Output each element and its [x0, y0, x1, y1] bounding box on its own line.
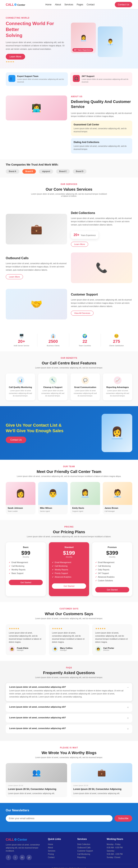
- price-card-basic: Basic $99 /Monthly Email Management Call…: [6, 542, 46, 596]
- team-info-1: Mike Wilson Senior Agent: [38, 505, 68, 514]
- footer-link-0-1[interactable]: About: [48, 846, 74, 849]
- price-btn-0[interactable]: Get Started: [9, 580, 43, 585]
- feat-card-3: 📈 Reporting Advantages Lorem ipsum dolor…: [103, 373, 132, 400]
- faq-item-3[interactable]: Lorem ipsum dolor sit amet, consectetur …: [6, 724, 132, 733]
- price-btn-2[interactable]: Get Started: [95, 587, 129, 592]
- feature-card-1-desc: Lorem ipsum dolor sit amet consectetur a…: [17, 78, 65, 83]
- service-cta-0[interactable]: Learn More: [71, 242, 88, 247]
- newsletter-input[interactable]: [6, 815, 112, 822]
- social-facebook[interactable]: f: [6, 855, 11, 860]
- service-desc-0: Lorem ipsum dolor sit amet, consectetur …: [71, 217, 132, 226]
- social-twitter[interactable]: t: [12, 855, 18, 860]
- team-tag: Our Team: [6, 465, 132, 468]
- service-title-2: Customer Support: [71, 293, 132, 296]
- footer-link-1-4[interactable]: Reporting: [77, 856, 103, 859]
- faq-toggle-2[interactable]: +: [127, 716, 129, 720]
- faq-item-2[interactable]: Lorem ipsum dolor sit amet, consectetur …: [6, 714, 132, 722]
- partner-1: Brand B: [22, 169, 36, 174]
- stat-num-0: 20+: [6, 339, 37, 344]
- faq-toggle-0[interactable]: −: [127, 686, 129, 689]
- faq-toggle-1[interactable]: +: [127, 706, 129, 709]
- blog-desc-1: Lorem ipsum dolor sit amet, consectetur …: [73, 792, 130, 795]
- price-features-0: Email Management Call Monitoring Monthly…: [9, 561, 43, 575]
- partner-4: Brand D: [73, 169, 86, 174]
- footer-col-title-2: Working Hours: [107, 838, 132, 840]
- footer-link-2-0: Monday - Friday: [107, 843, 132, 846]
- footer-link-1-2[interactable]: Customer Support: [77, 849, 103, 852]
- hero-tag: Connecting World: [6, 17, 67, 19]
- faq-item-0[interactable]: Lorem ipsum dolor sit amet, consectetur …: [6, 683, 132, 701]
- newsletter-submit-button[interactable]: Subscribe: [114, 815, 132, 822]
- feature-card-1-title: Expert Support Team: [17, 75, 65, 77]
- footer-link-1-0[interactable]: Debt Collection: [77, 843, 103, 846]
- feat-card-1: 🔧 Cleanup & Support Lorem ipsum dolor si…: [38, 373, 67, 400]
- partner-3: Brand C: [56, 169, 70, 174]
- footer-link-1-3[interactable]: Call Monitoring: [77, 852, 103, 856]
- test-text-0: Lorem ipsum dolor sit amet, consectetur …: [9, 631, 43, 644]
- nav-home[interactable]: Home: [46, 3, 52, 6]
- faq-question-0: Lorem ipsum dolor sit amet, consectetur …: [9, 686, 125, 688]
- price-feature-1-0: Email Management: [52, 561, 86, 564]
- feature-card-2-desc: Lorem ipsum dolor sit amet consectetur a…: [82, 78, 130, 83]
- test-card-0: ★★★★★ Lorem ipsum dolor sit amet, consec…: [6, 624, 46, 655]
- feat-desc-3: Lorem ipsum dolor sit amet consectetur a…: [105, 390, 130, 397]
- service-cta-2[interactable]: View All Services: [71, 311, 93, 316]
- footer-link-1-1[interactable]: Outbound Calls: [77, 846, 103, 849]
- footer-link-0-4[interactable]: Contact: [48, 856, 74, 859]
- stat-icon-1: 👔: [37, 334, 69, 338]
- test-author-1: 👨 Mary Collins Manager: [52, 646, 86, 652]
- price-amount-2: $399: [95, 550, 129, 556]
- hero-cta-button[interactable]: Learn More: [6, 54, 25, 60]
- nav-contact[interactable]: Contact: [87, 3, 94, 6]
- hero-description: Lorem ipsum dolor sit amet, consectetur …: [6, 41, 67, 51]
- nav-cta-button[interactable]: Contact Us: [115, 2, 132, 7]
- service-image-0: 💼: [6, 214, 67, 244]
- social-youtube[interactable]: yt: [26, 855, 32, 860]
- social-linkedin[interactable]: in: [20, 855, 25, 860]
- team-role-0: Team Leader: [8, 510, 18, 512]
- test-stars-2: ★★★★★: [95, 627, 129, 630]
- pricing-grid: Basic $99 /Monthly Email Management Call…: [6, 542, 132, 596]
- footer-links-0: Home About Services Pricing Contact: [48, 843, 74, 859]
- service-cta-1[interactable]: Learn More: [6, 274, 23, 279]
- faq-tag: FAQs: [6, 666, 132, 669]
- team-info-0: Sarah Johnson Team Leader: [6, 505, 35, 514]
- footer-link-0-3[interactable]: Pricing: [48, 852, 74, 856]
- newsletter-title: Our Newsletters: [6, 809, 132, 812]
- social-icons: f t in yt: [6, 855, 44, 860]
- hero-text: Connecting World Connecting World For Be…: [6, 17, 67, 63]
- hero-section: Connecting World Connecting World For Be…: [0, 9, 138, 68]
- team-grid: 👩 Sarah Johnson Team Leader 👨 Mike Wilso…: [6, 482, 132, 514]
- faq-section: FAQs Frequently Asked Questions Lorem ip…: [0, 661, 138, 741]
- feature-card-1-text: Expert Support Team Lorem ipsum dolor si…: [17, 75, 65, 83]
- nav-pages[interactable]: Pages: [77, 3, 83, 6]
- about-card-1-desc: Lorem ipsum dolor sit amet, consectetur …: [74, 127, 130, 133]
- faq-item-1[interactable]: Lorem ipsum dolor sit amet, consectetur …: [6, 703, 132, 712]
- cta-button[interactable]: Contact Us: [6, 437, 26, 443]
- pricing-title: Our Pricing Plans: [6, 529, 132, 534]
- footer-link-0-0[interactable]: Home: [48, 843, 74, 846]
- stat-label-2: Team Countries: [69, 345, 101, 347]
- footer-link-0-2[interactable]: Services: [48, 849, 74, 852]
- test-card-1: ★★★★★ Lorem ipsum dolor sit amet, consec…: [49, 624, 89, 655]
- faq-toggle-3[interactable]: +: [127, 727, 129, 731]
- footer-links-1: Debt Collection Outbound Calls Customer …: [77, 843, 103, 859]
- feat-icon-1: 🔧: [49, 376, 57, 384]
- feat-desc-0: Lorem ipsum dolor sit amet consectetur a…: [8, 390, 33, 397]
- feature-card-2: 🎧 24/7 Support Lorem ipsum dolor sit ame…: [70, 72, 132, 86]
- cta-banner: Give Us Your Contact List & We'll Give Y…: [0, 406, 138, 460]
- services-section: 💼 Debt Collections Lorem ipsum dolor sit…: [0, 208, 138, 329]
- stat-icon-0: 🖥️: [6, 334, 37, 338]
- nav-services[interactable]: Services: [64, 3, 73, 6]
- team-card-0: 👩 Sarah Johnson Team Leader: [6, 482, 35, 514]
- price-btn-1[interactable]: Get Started: [52, 583, 86, 589]
- nav-about[interactable]: About: [55, 3, 61, 6]
- feat-icon-2: 💬: [81, 376, 89, 384]
- faq-question-1: Lorem ipsum dolor sit amet, consectetur …: [9, 706, 66, 708]
- team-role-3: Call Manager: [105, 510, 115, 512]
- test-stars-1: ★★★★★: [52, 627, 86, 630]
- brand-logo[interactable]: CALL⚙ Center: [6, 3, 25, 6]
- faq-content-0: Lorem ipsum dolor sit amet, consectetur …: [9, 686, 125, 699]
- price-feature-2-2: Daily Reports: [95, 568, 129, 571]
- blog-desc-0: Lorem ipsum dolor sit amet, consectetur …: [8, 792, 65, 795]
